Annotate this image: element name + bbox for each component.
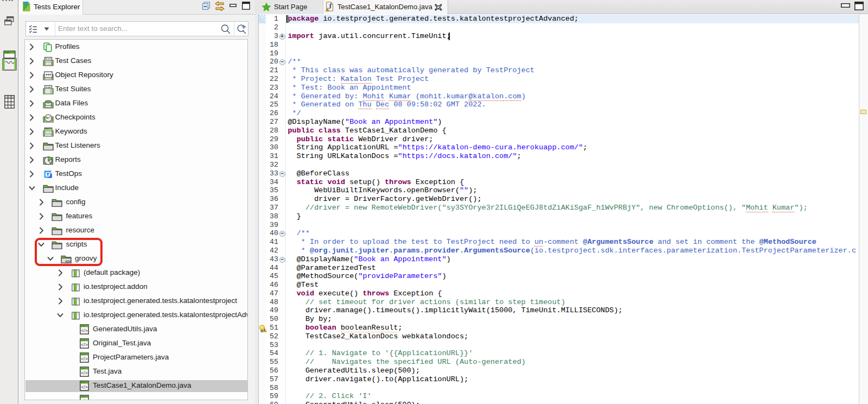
svg-text:</>: </> — [81, 399, 87, 400]
svg-text:</>: </> — [81, 370, 87, 376]
svg-text:</>: </> — [81, 328, 87, 333]
svg-text:</>: </> — [81, 384, 87, 390]
svg-text:</>: </> — [81, 356, 87, 362]
svg-text:</>: </> — [81, 342, 87, 348]
svg-text:J: J — [328, 3, 331, 10]
